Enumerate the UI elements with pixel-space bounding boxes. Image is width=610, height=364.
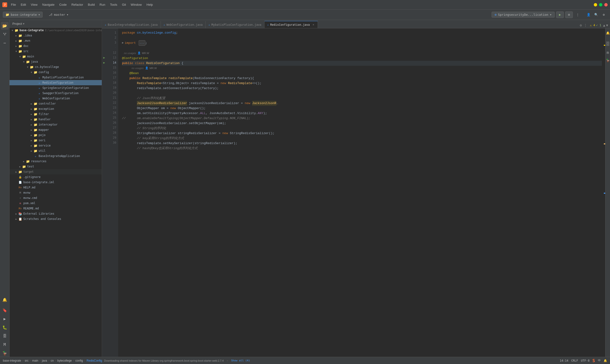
status-file[interactable]: RedisConfig [87, 359, 102, 362]
tree-base-app[interactable]: ☕ BaseIntegrateApplication [10, 153, 102, 159]
menu-git[interactable]: Git [120, 2, 128, 7]
sidebar-project-icon[interactable]: 📂 [1, 22, 9, 29]
tree-iml[interactable]: 📄 base-integrate.iml [10, 180, 102, 185]
tree-gitignore[interactable]: 🔒 .gitignore [10, 174, 102, 180]
menu-file[interactable]: File [9, 2, 18, 7]
tree-web-config[interactable]: ☕ WebConfiguration [10, 96, 102, 101]
sidebar-debug-icon[interactable]: 🐛 [1, 324, 9, 331]
tree-swagger-config[interactable]: ☕ Swagger3Configuration [10, 91, 102, 96]
tree-scratches[interactable]: ▶ 📋 Scratches and Consoles [10, 216, 102, 221]
status-line-ending[interactable]: CRLF [571, 359, 578, 362]
tree-controller[interactable]: ▶ 📁 controller [10, 101, 102, 106]
menu-refactor[interactable]: Refactor [70, 2, 85, 7]
close-button[interactable] [604, 3, 608, 6]
menu-tools[interactable]: Tools [108, 2, 119, 7]
sidebar-database-icon[interactable]: 🗄 [1, 332, 9, 340]
status-src[interactable]: src [25, 359, 29, 362]
tab-mybatis-config[interactable]: ☕ MybatisPlusConfiguration.java [206, 21, 264, 28]
tree-mvn[interactable]: ▶ 📁 .mvn [10, 38, 102, 43]
tree-readme[interactable]: M↑ README.md [10, 206, 102, 211]
menu-view[interactable]: View [29, 2, 39, 7]
status-notification-icon[interactable]: 🔔 [604, 359, 607, 362]
menu-window[interactable]: Window [129, 2, 144, 7]
branch-dropdown[interactable]: ⎇ master ▾ [46, 12, 71, 17]
tab-more-btn[interactable]: ⋮ [583, 22, 588, 28]
tree-mybatis-config[interactable]: ☕ MybatisPlusConfiguration [10, 75, 102, 80]
more-actions-button[interactable]: ⋮ [574, 12, 581, 18]
menu-navigate[interactable]: Navigate [40, 2, 56, 7]
run-button[interactable]: ▶ [556, 12, 564, 18]
tab-settings-btn[interactable]: ⚙ [579, 22, 583, 28]
run-config-dropdown[interactable]: ⚙ SpringsecurityDe...lication ▾ [492, 12, 555, 18]
tree-springsecurity-config[interactable]: ☕ SpringSecurityConfiguration [10, 85, 102, 91]
sidebar-notifications-icon[interactable]: 🔔 [1, 296, 9, 303]
menu-help[interactable]: Help [145, 2, 155, 7]
search-icon[interactable]: 🔍 [593, 12, 599, 18]
right-m-icon[interactable]: m [606, 49, 610, 56]
fold-arrow-3[interactable]: ▶ [122, 40, 124, 46]
scroll-down-btn[interactable]: ▼ [606, 23, 608, 27]
tree-idea[interactable]: ▶ 📁 .idea [10, 33, 102, 38]
right-notifications-icon[interactable]: 🔔 [605, 30, 610, 36]
status-config[interactable]: config [75, 359, 83, 362]
status-cn[interactable]: cn [51, 359, 54, 362]
tree-mapper[interactable]: ▶ 📁 mapper [10, 127, 102, 132]
right-duck-icon[interactable]: 🦆 [605, 58, 610, 63]
run-gutter-icon[interactable]: ▶ [103, 55, 105, 60]
debug-settings-button[interactable]: ⚙ [565, 12, 573, 18]
menu-run[interactable]: Run [98, 2, 107, 7]
tree-seri[interactable]: ▶ 📁 seri [10, 138, 102, 143]
tab-base-integrate-app[interactable]: ☕ BaseIntegrateApplication.java [102, 21, 161, 28]
sidebar-maven-icon[interactable]: M [1, 341, 9, 348]
tab-redis-config[interactable]: ☕ RedisConfiguration.java ✕ [264, 21, 318, 28]
status-encoding[interactable]: UTF-8 [581, 359, 589, 362]
tree-doc[interactable]: ▶ 📁 doc [10, 43, 102, 49]
tree-resources[interactable]: ▶ 📁 resources [10, 159, 102, 164]
code-editor[interactable]: package cn.bytecollege.config ; ▶ import… [118, 28, 602, 357]
settings-icon[interactable]: ⚙ [600, 12, 607, 18]
tab-close-button[interactable]: ✕ [312, 23, 315, 26]
tree-exception[interactable]: ▶ 📁 exception [10, 106, 102, 112]
status-main[interactable]: main [32, 359, 38, 362]
import-fold[interactable]: ... [139, 40, 145, 46]
tree-pom[interactable]: m pom.xml [10, 201, 102, 206]
user-icon[interactable]: 👤 [585, 12, 592, 18]
sidebar-more-icon[interactable]: ⋯ [1, 39, 9, 47]
tree-mvnw-cmd[interactable]: ⚡ mvnw.cmd [10, 195, 102, 201]
status-position[interactable]: 14:14 [560, 359, 568, 362]
status-java[interactable]: java [42, 359, 47, 362]
minimize-button[interactable] [594, 3, 597, 6]
tree-redis-config[interactable]: ☕ RedisConfiguration [10, 80, 102, 85]
project-dropdown[interactable]: 📁 base-integrate ▾ [3, 12, 43, 18]
tree-handler[interactable]: ▶ 📁 handler [10, 117, 102, 122]
tree-help[interactable]: M↑ HELP.md [10, 185, 102, 190]
run-gutter-icon2[interactable]: ▶ [103, 60, 105, 65]
tree-interceptor[interactable]: ▶ 📁 interceptor [10, 122, 102, 127]
tree-filter[interactable]: ▶ 📁 filter [10, 112, 102, 117]
sidebar-structure-icon[interactable] [1, 30, 9, 38]
menu-code[interactable]: Code [57, 2, 69, 7]
status-bytecollege[interactable]: bytecollege [57, 359, 72, 362]
sidebar-bookmarks-icon[interactable]: 🔖 [1, 306, 9, 314]
tree-cnbytecollege[interactable]: ▼ 📁 cn.bytecollege [10, 64, 102, 70]
tree-src[interactable]: ▼ 📁 src [10, 49, 102, 54]
tree-external-libs[interactable]: ▶ 📚 External Libraries [10, 211, 102, 216]
tree-main[interactable]: ▼ 📁 main [10, 54, 102, 59]
menu-edit[interactable]: Edit [19, 2, 28, 7]
tree-util[interactable]: ▶ 📁 util [10, 148, 102, 153]
tree-test[interactable]: ▶ 📁 test [10, 164, 102, 169]
tree-config[interactable]: ▼ 📁 config [10, 70, 102, 75]
tree-root[interactable]: ▼ 📁 base-integrate E:\workspace\idea\xbm… [10, 28, 102, 33]
tab-web-config[interactable]: ☕ WebConfiguration.java [161, 21, 206, 28]
maximize-button[interactable] [599, 3, 602, 6]
progress-cancel[interactable]: ✕ [227, 359, 228, 362]
status-project[interactable]: base-integrate [3, 359, 21, 362]
tree-service[interactable]: ▶ 📁 service [10, 143, 102, 148]
tree-target[interactable]: ▶ 📁 target [10, 169, 102, 174]
show-all-link[interactable]: Show all (4) [231, 359, 250, 362]
menu-build[interactable]: Build [86, 2, 97, 7]
tree-mvnw[interactable]: M mvnw [10, 190, 102, 195]
sidebar-duck-icon[interactable]: 🦆 [1, 349, 9, 357]
right-db-icon[interactable]: 🗄 [605, 40, 610, 47]
scroll-up-btn[interactable]: ▲ [603, 23, 605, 27]
